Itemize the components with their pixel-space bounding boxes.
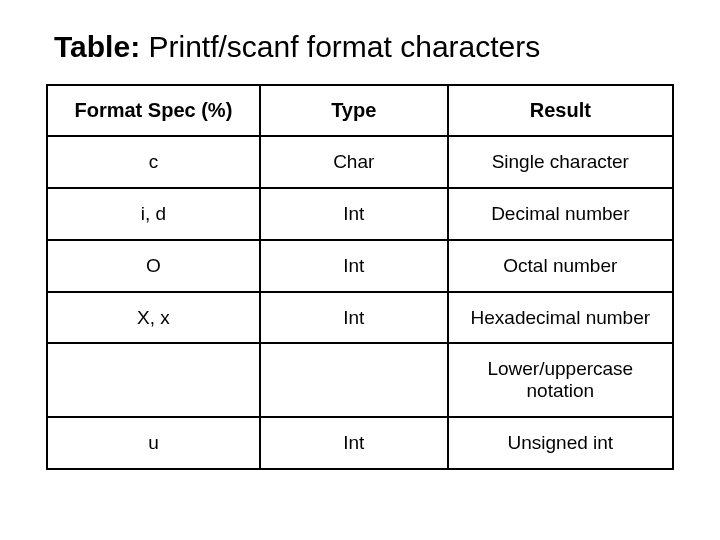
- table-row: u Int Unsigned int: [47, 417, 673, 469]
- cell-type: Int: [260, 417, 448, 469]
- cell-spec: u: [47, 417, 260, 469]
- cell-spec: i, d: [47, 188, 260, 240]
- cell-result: Lower/uppercase notation: [448, 343, 673, 417]
- cell-result: Decimal number: [448, 188, 673, 240]
- cell-type: [260, 343, 448, 417]
- cell-spec: O: [47, 240, 260, 292]
- title-lead: Table:: [54, 30, 140, 63]
- cell-result: Unsigned int: [448, 417, 673, 469]
- cell-spec: [47, 343, 260, 417]
- table-row: i, d Int Decimal number: [47, 188, 673, 240]
- cell-type: Char: [260, 136, 448, 188]
- table-row: c Char Single character: [47, 136, 673, 188]
- slide: Table: Printf/scanf format characters Fo…: [0, 0, 720, 540]
- cell-spec: c: [47, 136, 260, 188]
- table-row-note: Lower/uppercase notation: [47, 343, 673, 417]
- header-result: Result: [448, 85, 673, 136]
- title-rest: Printf/scanf format characters: [140, 30, 540, 63]
- cell-type: Int: [260, 240, 448, 292]
- cell-spec: X, x: [47, 292, 260, 344]
- cell-result: Hexadecimal number: [448, 292, 673, 344]
- header-format-spec: Format Spec (%): [47, 85, 260, 136]
- format-table: Format Spec (%) Type Result c Char Singl…: [46, 84, 674, 470]
- cell-result: Octal number: [448, 240, 673, 292]
- slide-title: Table: Printf/scanf format characters: [54, 30, 674, 64]
- cell-result: Single character: [448, 136, 673, 188]
- cell-type: Int: [260, 188, 448, 240]
- header-type: Type: [260, 85, 448, 136]
- table-row: X, x Int Hexadecimal number: [47, 292, 673, 344]
- table-row: O Int Octal number: [47, 240, 673, 292]
- table-header-row: Format Spec (%) Type Result: [47, 85, 673, 136]
- cell-type: Int: [260, 292, 448, 344]
